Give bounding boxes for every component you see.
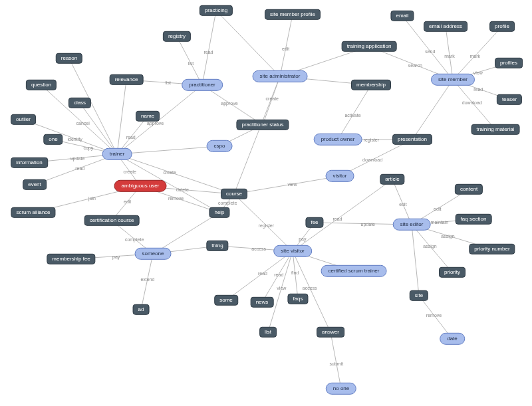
graph-node-membership-fee[interactable]: membership fee — [47, 254, 95, 264]
edge-label: read — [473, 86, 483, 91]
graph-node-email[interactable]: email — [390, 11, 414, 21]
graph-node-class[interactable]: class — [68, 98, 91, 108]
node-label: thing — [211, 243, 223, 249]
edge — [23, 120, 117, 154]
edge-label: access — [303, 285, 317, 290]
edge-label: assign — [423, 244, 436, 249]
edge-label: copy — [83, 146, 93, 150]
graph-node-course[interactable]: course — [221, 189, 247, 199]
node-label: site administrator — [260, 73, 301, 79]
graph-node-name[interactable]: name — [136, 111, 160, 122]
graph-node-list[interactable]: list — [259, 327, 277, 338]
graph-node-certification-course[interactable]: certification course — [84, 215, 140, 226]
graph-node-scrum-alliance[interactable]: scrum alliance — [11, 207, 55, 218]
edge — [80, 103, 117, 154]
node-label: content — [460, 186, 477, 192]
graph-node-thing[interactable]: thing — [206, 241, 228, 251]
graph-node-trainer[interactable]: trainer — [102, 148, 132, 160]
graph-node-email-address[interactable]: email address — [424, 21, 467, 32]
edge-label: register — [364, 138, 379, 142]
graph-node-event[interactable]: event — [23, 179, 47, 190]
node-label: answer — [322, 329, 339, 335]
graph-node-news[interactable]: news — [251, 297, 274, 308]
graph-node-relevance[interactable]: relevance — [110, 74, 144, 85]
edge — [216, 11, 280, 76]
graph-node-fee[interactable]: fee — [305, 217, 323, 228]
graph-node-faqs[interactable]: faqs — [287, 294, 308, 304]
edge-label: download — [462, 100, 482, 104]
edge-label: activate — [344, 113, 360, 118]
graph-node-presentation[interactable]: presentation — [392, 134, 432, 145]
edge — [141, 254, 153, 310]
graph-node-one[interactable]: one — [43, 134, 63, 145]
graph-node-article[interactable]: article — [380, 174, 404, 185]
graph-node-no-one[interactable]: no one — [326, 383, 356, 395]
graph-node-priority-number[interactable]: priority number — [469, 244, 515, 254]
graph-node-product-owner[interactable]: product owner — [314, 134, 362, 146]
node-label: certification course — [90, 217, 134, 223]
node-label: ad — [138, 306, 144, 312]
edge-label: edit — [124, 199, 131, 204]
graph-node-practitioner-status[interactable]: practitioner status — [236, 120, 289, 130]
graph-node-answer[interactable]: answer — [317, 327, 344, 338]
graph-node-certified-scrum-trainer[interactable]: certified scrum trainer — [321, 265, 387, 277]
node-label: news — [256, 299, 269, 305]
edge — [177, 37, 202, 85]
graph-node-practitioner[interactable]: practitioner — [182, 79, 223, 91]
graph-node-teaser[interactable]: teaser — [497, 94, 522, 105]
graph-node-some[interactable]: some — [214, 295, 238, 306]
graph-node-information[interactable]: information — [11, 157, 48, 168]
edge-label: view — [287, 182, 297, 187]
graph-node-date[interactable]: date — [440, 333, 465, 345]
graph-node-outlier[interactable]: outlier — [11, 114, 36, 125]
graph-node-ambiguous-user[interactable]: ambiguous user — [114, 180, 167, 192]
graph-node-profiles[interactable]: profiles — [495, 58, 523, 68]
graph-node-site-editor[interactable]: site editor — [393, 219, 431, 231]
node-label: practitioner — [189, 82, 215, 88]
node-label: site member — [438, 76, 467, 82]
edge-label: read — [332, 217, 342, 221]
graph-node-profile[interactable]: profile — [489, 21, 515, 32]
graph-node-site[interactable]: site — [410, 290, 428, 301]
edge-label: find — [291, 270, 299, 275]
edge — [202, 11, 216, 85]
edge-label: list — [188, 61, 194, 66]
node-label: site visitor — [281, 248, 305, 254]
graph-node-priority[interactable]: priority — [439, 267, 466, 278]
graph-node-question[interactable]: question — [26, 80, 57, 90]
graph-node-membership[interactable]: membership — [351, 80, 391, 90]
edge — [453, 80, 495, 130]
edge-label: mark — [444, 54, 455, 58]
node-label: scrum alliance — [16, 209, 50, 215]
node-label: trainer — [110, 151, 125, 157]
node-label: membership fee — [52, 256, 90, 262]
edge-label: submit — [329, 361, 343, 365]
graph-node-reason[interactable]: reason — [56, 53, 82, 64]
graph-node-cspo[interactable]: cspo — [207, 140, 233, 152]
edge — [412, 225, 452, 272]
graph-node-site-member-profile[interactable]: site member profile — [265, 9, 321, 20]
graph-node-site-member[interactable]: site member — [431, 74, 475, 86]
edge-label: update — [361, 221, 375, 226]
edge-label: cancel — [76, 121, 90, 126]
graph-node-registry[interactable]: registry — [163, 31, 191, 42]
graph-node-visitor[interactable]: visitor — [326, 170, 354, 182]
graph-node-site-visitor[interactable]: site visitor — [273, 245, 312, 257]
node-label: date — [447, 336, 458, 342]
graph-node-help[interactable]: help — [209, 207, 229, 218]
graph-node-practicing[interactable]: practicing — [200, 5, 233, 16]
node-label: relevance — [115, 76, 138, 82]
edge-label: complete — [218, 200, 237, 205]
edge-label: remove — [168, 196, 184, 201]
node-label: registry — [168, 33, 186, 39]
graph-node-someone[interactable]: someone — [135, 248, 172, 260]
graph-node-content[interactable]: content — [455, 184, 483, 195]
graph-node-training-material[interactable]: training material — [471, 124, 520, 135]
graph-node-training-application[interactable]: training application — [342, 41, 397, 52]
graph-node-faq-section[interactable]: faq section — [456, 214, 492, 225]
node-label: help — [214, 209, 224, 215]
edge-label: identify — [67, 136, 82, 141]
node-label: training material — [477, 126, 515, 132]
graph-node-site-administrator[interactable]: site administrator — [253, 70, 308, 82]
graph-node-ad[interactable]: ad — [133, 304, 150, 315]
